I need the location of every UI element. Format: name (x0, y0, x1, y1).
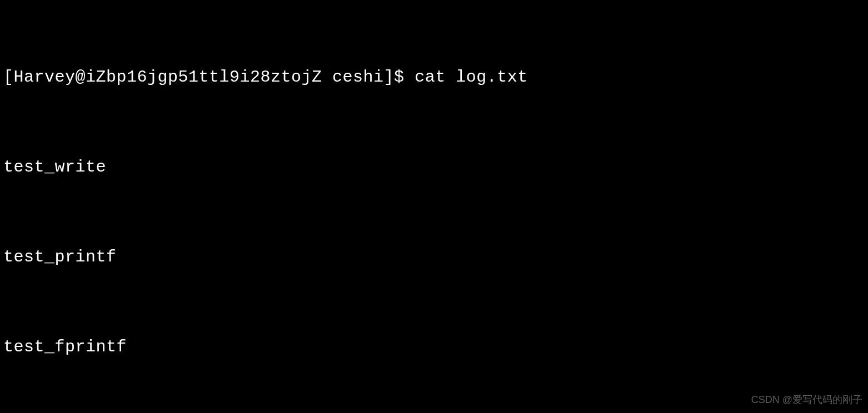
watermark-text: CSDN @爱写代码的刚子 (751, 391, 862, 409)
prompt: [Harvey@iZbp16jgp51ttl9i28ztojZ ceshi]$ (3, 68, 415, 87)
terminal-window[interactable]: [Harvey@iZbp16jgp51ttl9i28ztojZ ceshi]$ … (3, 2, 865, 413)
output-line: test_printf (3, 242, 865, 272)
output-line: test_fprintf (3, 332, 865, 362)
command-text: cat log.txt (415, 68, 528, 87)
output-line: test_write (3, 152, 865, 182)
command-line-1: [Harvey@iZbp16jgp51ttl9i28ztojZ ceshi]$ … (3, 62, 865, 92)
